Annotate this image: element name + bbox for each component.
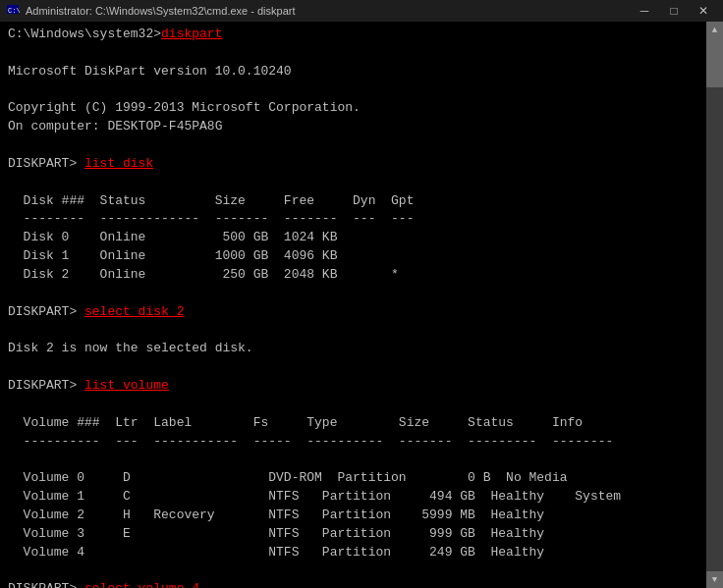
diskpart-prompt-4: DISKPART> xyxy=(8,378,84,393)
line-copyright: Copyright (C) 1999-2013 Microsoft Corpor… xyxy=(8,99,695,118)
line-blank-8 xyxy=(8,396,695,414)
title-bar-left: C:\ Administrator: C:\Windows\System32\c… xyxy=(6,4,295,18)
line-disk-selected: Disk 2 is now the selected disk. xyxy=(8,340,695,358)
diskpart-prompt-3: DISKPART> xyxy=(8,304,84,319)
command-diskpart: diskpart xyxy=(161,27,222,41)
line-cmd-select-disk: DISKPART> select disk 2 xyxy=(8,303,695,322)
terminal-content: C:\Windows\system32>diskpart Microsoft D… xyxy=(8,26,715,588)
scroll-up-arrow[interactable]: ▲ xyxy=(706,22,723,38)
line-blank-7 xyxy=(8,358,695,377)
close-button[interactable]: ✕ xyxy=(690,2,717,20)
line-blank-1 xyxy=(8,44,695,63)
terminal-window: C:\Windows\system32>diskpart Microsoft D… xyxy=(0,22,723,588)
line-blank-5 xyxy=(8,285,695,303)
vol-row-4: Volume 4 NTFS Partition 249 GB Healthy xyxy=(8,544,695,562)
scrollbar-track[interactable] xyxy=(706,38,723,571)
vol-row-0: Volume 0 D DVD-ROM Partition 0 B No Medi… xyxy=(8,469,695,488)
scrollbar-thumb[interactable] xyxy=(706,38,723,87)
scrollbar[interactable]: ▲ ▼ xyxy=(706,22,723,588)
vol-row-2: Volume 2 H Recovery NTFS Partition 5999 … xyxy=(8,507,695,525)
line-blank-3 xyxy=(8,136,695,155)
vol-row-1: Volume 1 C NTFS Partition 494 GB Healthy… xyxy=(8,488,695,507)
diskpart-prompt-2: DISKPART> xyxy=(8,156,84,171)
line-blank-6 xyxy=(8,322,695,341)
title-bar: C:\ Administrator: C:\Windows\System32\c… xyxy=(0,0,723,22)
title-bar-controls: ─ □ ✕ xyxy=(631,2,717,20)
line-blank-4 xyxy=(8,174,695,192)
line-prompt-1: C:\Windows\system32>diskpart xyxy=(8,26,695,44)
line-blank-9 xyxy=(8,451,695,469)
command-list-volume: list volume xyxy=(84,378,169,393)
title-bar-title: Administrator: C:\Windows\System32\cmd.e… xyxy=(26,5,295,17)
line-blank-2 xyxy=(8,81,695,100)
line-cmd-list-disk: DISKPART> list disk xyxy=(8,155,695,174)
disk-table-sep: -------- ------------- ------- ------- -… xyxy=(8,210,695,229)
line-blank-10 xyxy=(8,561,695,580)
line-cmd-list-volume: DISKPART> list volume xyxy=(8,377,695,396)
command-list-disk: list disk xyxy=(84,156,153,171)
diskpart-prompt-5: DISKPART> xyxy=(8,581,84,588)
vol-row-3: Volume 3 E NTFS Partition 999 GB Healthy xyxy=(8,525,695,544)
vol-table-sep: ---------- --- ----------- ----- -------… xyxy=(8,433,695,452)
prompt-path: C:\Windows\system32> xyxy=(8,27,161,41)
cmd-icon: C:\ xyxy=(6,4,20,18)
disk-table-header: Disk ### Status Size Free Dyn Gpt xyxy=(8,192,695,211)
svg-text:C:\: C:\ xyxy=(8,7,20,15)
scroll-down-arrow[interactable]: ▼ xyxy=(706,571,723,588)
disk-row-1: Disk 1 Online 1000 GB 4096 KB xyxy=(8,247,695,266)
disk-row-2: Disk 2 Online 250 GB 2048 KB * xyxy=(8,266,695,285)
vol-table-header: Volume ### Ltr Label Fs Type Size Status… xyxy=(8,414,695,433)
line-version: Microsoft DiskPart version 10.0.10240 xyxy=(8,63,695,81)
line-computer: On computer: DESKTOP-F45PA8G xyxy=(8,118,695,136)
minimize-button[interactable]: ─ xyxy=(631,2,658,20)
command-select-disk: select disk 2 xyxy=(84,304,184,319)
command-select-volume: select volume 4 xyxy=(84,581,199,588)
maximize-button[interactable]: □ xyxy=(660,2,688,20)
line-cmd-select-vol: DISKPART> select volume 4 xyxy=(8,580,695,588)
disk-row-0: Disk 0 Online 500 GB 1024 KB xyxy=(8,229,695,247)
